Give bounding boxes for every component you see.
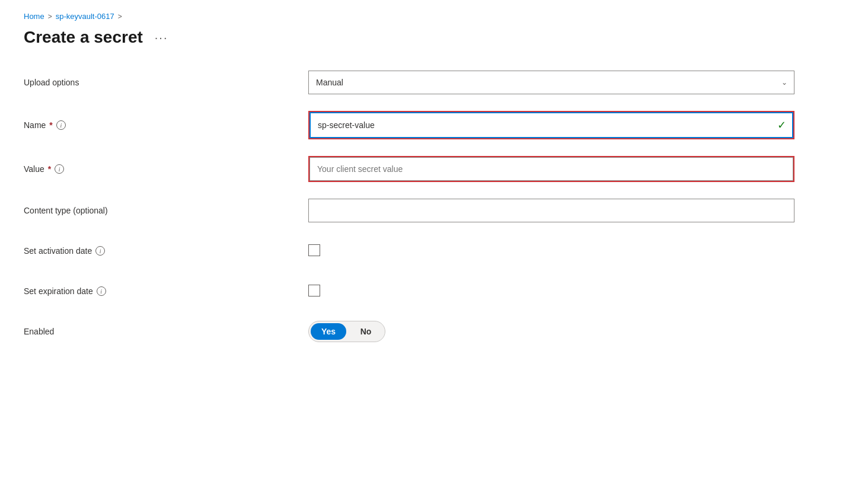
value-label: Value * i xyxy=(24,164,308,174)
activation-date-row: Set activation date i xyxy=(24,239,844,263)
name-info-icon[interactable]: i xyxy=(56,120,66,130)
content-type-input[interactable] xyxy=(308,199,794,222)
enabled-row: Enabled Yes No xyxy=(24,320,844,343)
activation-date-label: Set activation date i xyxy=(24,246,308,256)
content-type-control xyxy=(308,199,794,222)
name-row: Name * i ✓ xyxy=(24,111,844,139)
name-valid-checkmark-icon: ✓ xyxy=(777,119,786,132)
value-info-icon[interactable]: i xyxy=(55,164,64,174)
activation-date-control xyxy=(308,244,794,258)
upload-options-row: Upload options Manual Certificate ⌄ xyxy=(24,71,844,94)
value-row: Value * i xyxy=(24,156,844,182)
name-inner-focus-border: ✓ xyxy=(309,112,793,138)
content-type-label: Content type (optional) xyxy=(24,206,308,215)
name-required-star: * xyxy=(49,120,52,130)
page-title-row: Create a secret ··· xyxy=(24,28,844,47)
name-label: Name * i xyxy=(24,120,308,130)
value-outer-error-border xyxy=(308,156,794,182)
upload-options-label: Upload options xyxy=(24,78,308,87)
upload-options-control: Manual Certificate ⌄ xyxy=(308,71,794,94)
activation-date-checkbox[interactable] xyxy=(308,244,320,256)
value-input[interactable] xyxy=(309,157,793,181)
breadcrumb: Home > sp-keyvault-0617 > xyxy=(24,12,844,21)
breadcrumb-sep-1: > xyxy=(48,12,52,21)
breadcrumb-home[interactable]: Home xyxy=(24,12,44,21)
expiration-date-checkbox[interactable] xyxy=(308,285,320,296)
name-control: ✓ xyxy=(308,111,794,139)
breadcrumb-keyvault[interactable]: sp-keyvault-0617 xyxy=(56,12,114,21)
upload-options-select[interactable]: Manual Certificate xyxy=(308,71,794,94)
enabled-toggle[interactable]: Yes No xyxy=(308,321,385,342)
value-control xyxy=(308,156,794,182)
expiration-date-control xyxy=(308,285,794,298)
upload-options-select-wrapper: Manual Certificate ⌄ xyxy=(308,71,794,94)
page-title: Create a secret xyxy=(24,28,143,47)
create-secret-form: Upload options Manual Certificate ⌄ Name… xyxy=(24,71,844,343)
expiration-date-info-icon[interactable]: i xyxy=(97,286,106,296)
expiration-date-row: Set expiration date i xyxy=(24,279,844,303)
value-required-star: * xyxy=(48,164,51,174)
enabled-control: Yes No xyxy=(308,321,794,342)
toggle-no-option[interactable]: No xyxy=(347,321,385,342)
toggle-yes-option[interactable]: Yes xyxy=(309,321,348,342)
name-input[interactable] xyxy=(311,113,792,137)
more-options-button[interactable]: ··· xyxy=(150,28,173,47)
content-type-row: Content type (optional) xyxy=(24,199,844,222)
enabled-label: Enabled xyxy=(24,327,308,336)
expiration-date-label: Set expiration date i xyxy=(24,286,308,296)
breadcrumb-sep-2: > xyxy=(118,12,122,21)
name-outer-error-border: ✓ xyxy=(308,111,794,139)
activation-date-info-icon[interactable]: i xyxy=(95,246,105,256)
